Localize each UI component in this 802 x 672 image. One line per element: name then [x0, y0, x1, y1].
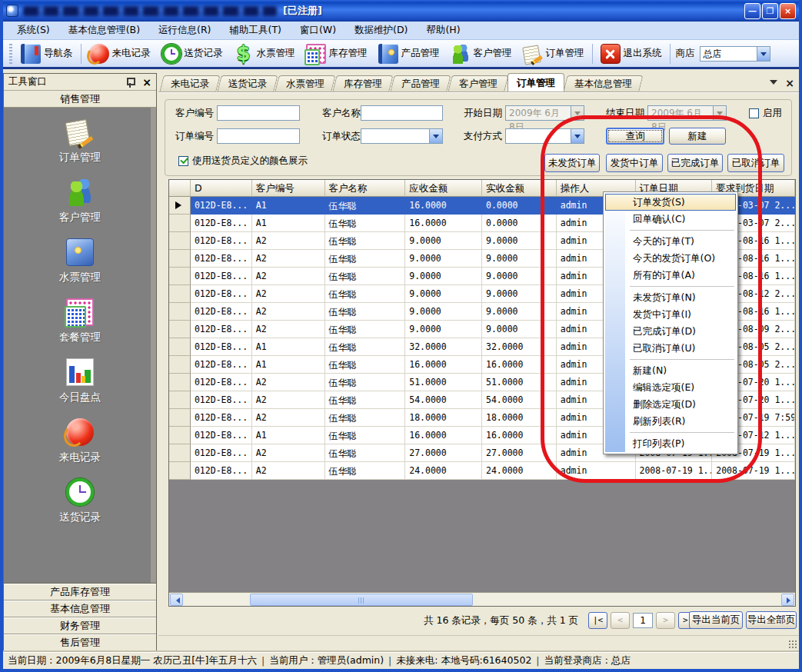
row-selector[interactable] — [169, 321, 191, 338]
grid-header-应收金额[interactable]: 应收金额 — [405, 180, 482, 197]
maximize-button[interactable]: ❐ — [762, 3, 778, 19]
export-all-pages-button[interactable]: 导出全部页 — [746, 611, 797, 629]
tab-来电记录[interactable]: 来电记录 — [159, 75, 220, 91]
pin-icon[interactable] — [125, 77, 135, 88]
toolbar-button-库存管理[interactable]: 库存管理 — [301, 42, 373, 65]
order-no-input[interactable] — [217, 128, 300, 144]
tab-产品管理[interactable]: 产品管理 — [390, 75, 451, 91]
row-selector[interactable] — [169, 338, 191, 356]
tab-客户管理[interactable]: 客户管理 — [448, 75, 508, 91]
toolbar-button-客户管理[interactable]: 客户管理 — [445, 42, 517, 65]
tab-送货记录[interactable]: 送货记录 — [217, 75, 278, 91]
scrollbar-thumb[interactable] — [250, 594, 473, 606]
grid-header-D[interactable]: D — [191, 180, 252, 197]
row-selector[interactable] — [169, 391, 191, 409]
row-selector[interactable] — [169, 232, 191, 250]
toolbar-button-来电记录[interactable]: 来电记录 — [84, 42, 156, 65]
menu-item-帮助H[interactable]: 帮助(H) — [417, 22, 469, 39]
end-date-dropdown-icon[interactable] — [713, 106, 726, 120]
row-selector[interactable] — [169, 427, 191, 444]
row-selector[interactable] — [169, 215, 191, 232]
customer-name-input[interactable] — [361, 105, 443, 121]
menu-item-数据维护D[interactable]: 数据维护(D) — [345, 22, 417, 39]
export-current-page-button[interactable]: 导出当前页 — [689, 611, 743, 629]
order-status-select[interactable] — [361, 128, 443, 144]
context-menu-item-回单确认(C)[interactable]: 回单确认(C) — [605, 211, 736, 228]
menu-item-系统S[interactable]: 系统(S) — [8, 22, 59, 39]
sidebar-section-财务管理[interactable]: 财务管理 — [4, 617, 156, 634]
end-date-picker[interactable]: 2009年 6月 8日 — [647, 105, 727, 121]
row-selector[interactable] — [169, 409, 191, 427]
status-filter-未发货订单[interactable]: 未发货订单 — [544, 154, 600, 172]
row-selector[interactable] — [169, 462, 191, 480]
sidebar-item-送货记录[interactable]: 送货记录 — [4, 478, 156, 524]
sidebar-item-水票管理[interactable]: 水票管理 — [4, 238, 156, 284]
next-page-button[interactable]: > — [656, 612, 675, 629]
toolbar-button-订单管理[interactable]: 订单管理 — [517, 42, 590, 65]
sidebar-item-套餐管理[interactable]: 套餐管理 — [4, 298, 156, 344]
context-menu-item-已完成订单(D)[interactable]: 已完成订单(D) — [605, 323, 736, 340]
courier-color-checkbox-box[interactable] — [178, 156, 188, 166]
scroll-left-icon[interactable] — [170, 594, 183, 606]
sidebar-item-来电记录[interactable]: 来电记录 — [4, 418, 156, 464]
start-date-dropdown-icon[interactable] — [571, 106, 584, 120]
table-row[interactable]: 012D-E8...A2伍华聪24.000024.0000admin2008-0… — [169, 462, 795, 480]
enable-checkbox-box[interactable] — [749, 108, 759, 118]
sidebar-item-今日盘点[interactable]: 今日盘点 — [4, 358, 156, 404]
close-button[interactable]: × — [780, 3, 796, 19]
shop-select[interactable]: 总店 — [700, 46, 770, 62]
toolbar-drag-handle[interactable] — [9, 44, 12, 64]
context-menu-item-新建(N)[interactable]: 新建(N) — [605, 362, 736, 379]
start-date-picker[interactable]: 2009年 6月 8日 — [505, 105, 584, 121]
row-selector[interactable] — [169, 268, 191, 285]
status-filter-已完成订单[interactable]: 已完成订单 — [667, 154, 723, 172]
menu-item-基本信息管理B[interactable]: 基本信息管理(B) — [59, 22, 149, 39]
prev-page-button[interactable]: < — [611, 612, 630, 629]
sidebar-section-基本信息管理[interactable]: 基本信息管理 — [4, 600, 156, 617]
sidebar-item-客户管理[interactable]: 客户管理 — [4, 178, 156, 225]
toolbar-button-导航条[interactable]: 导航条 — [15, 42, 78, 65]
grid-header-客户编号[interactable]: 客户编号 — [252, 180, 325, 197]
pay-method-dropdown-icon[interactable] — [571, 129, 584, 143]
context-menu-item-编辑选定项(E)[interactable]: 编辑选定项(E) — [605, 379, 736, 396]
row-selector[interactable] — [169, 444, 191, 462]
minimize-button[interactable]: — — [744, 3, 760, 19]
toolbar-button-送货记录[interactable]: 送货记录 — [156, 42, 228, 65]
enable-date-checkbox[interactable]: 启用 — [749, 107, 782, 120]
grid-header-实收金额[interactable]: 实收金额 — [482, 180, 557, 197]
row-selector[interactable] — [169, 197, 191, 215]
sidebar-section-产品库存管理[interactable]: 产品库存管理 — [4, 584, 156, 600]
context-menu-item-订单发货(S)[interactable]: 订单发货(S) — [605, 194, 736, 211]
sidebar-item-订单管理[interactable]: 订单管理 — [4, 118, 156, 165]
query-button[interactable]: 查询 — [606, 128, 664, 145]
sidebar-scrollbar[interactable] — [151, 108, 156, 583]
context-menu-item-所有的订单(A)[interactable]: 所有的订单(A) — [605, 267, 736, 284]
toolbar-button-产品管理[interactable]: 产品管理 — [373, 42, 445, 65]
context-menu-item-未发货订单(N)[interactable]: 未发货订单(N) — [605, 289, 736, 306]
row-selector[interactable] — [169, 303, 191, 321]
context-menu-item-打印列表(P)[interactable]: 打印列表(P) — [605, 435, 736, 452]
menu-item-运行信息R[interactable]: 运行信息(R) — [149, 22, 220, 39]
first-page-button[interactable]: |< — [588, 612, 607, 629]
order-status-dropdown-icon[interactable] — [429, 129, 442, 143]
status-filter-已取消订单[interactable]: 已取消订单 — [727, 154, 784, 172]
courier-color-checkbox[interactable]: 使用送货员定义的颜色展示 — [178, 155, 308, 168]
row-selector[interactable] — [169, 374, 191, 391]
toolbar-button-水票管理[interactable]: 水票管理 — [228, 42, 301, 65]
row-selector[interactable] — [169, 285, 191, 303]
shop-dropdown-icon[interactable] — [757, 47, 770, 61]
context-menu-item-今天的发货订单(O)[interactable]: 今天的发货订单(O) — [605, 250, 736, 267]
row-selector[interactable] — [169, 250, 191, 268]
toolbar-button-退出系统[interactable]: 退出系统 — [595, 42, 667, 65]
context-menu-item-已取消订单(U)[interactable]: 已取消订单(U) — [605, 340, 736, 357]
page-number-input[interactable] — [633, 613, 653, 628]
tab-基本信息管理[interactable]: 基本信息管理 — [563, 75, 643, 91]
context-menu-item-发货中订单(I)[interactable]: 发货中订单(I) — [605, 306, 736, 323]
tab-库存管理[interactable]: 库存管理 — [332, 75, 393, 91]
tab-list-dropdown-icon[interactable] — [770, 77, 777, 88]
menu-item-窗口W[interactable]: 窗口(W) — [291, 22, 345, 39]
sidebar-section-sales[interactable]: 销售管理 — [4, 91, 156, 108]
context-menu-item-今天的订单(T)[interactable]: 今天的订单(T) — [605, 233, 736, 250]
sidebar-section-售后管理[interactable]: 售后管理 — [4, 634, 156, 651]
context-menu-item-刷新列表(R)[interactable]: 刷新列表(R) — [605, 413, 736, 430]
